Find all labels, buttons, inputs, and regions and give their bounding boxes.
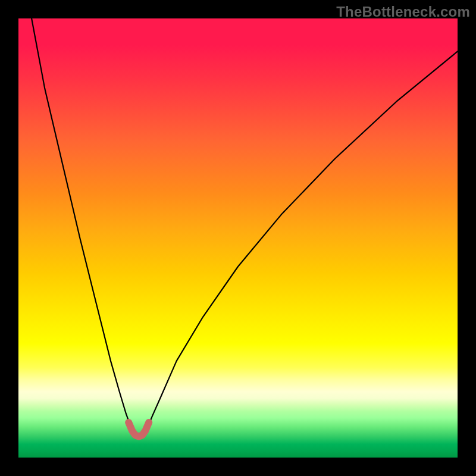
- bottleneck-curve-line: [32, 18, 458, 437]
- chart-svg: [18, 18, 458, 458]
- watermark-text: TheBottleneck.com: [336, 4, 470, 20]
- bottleneck-curve-valley-accent: [129, 422, 149, 437]
- chart-plot-area: [18, 18, 458, 458]
